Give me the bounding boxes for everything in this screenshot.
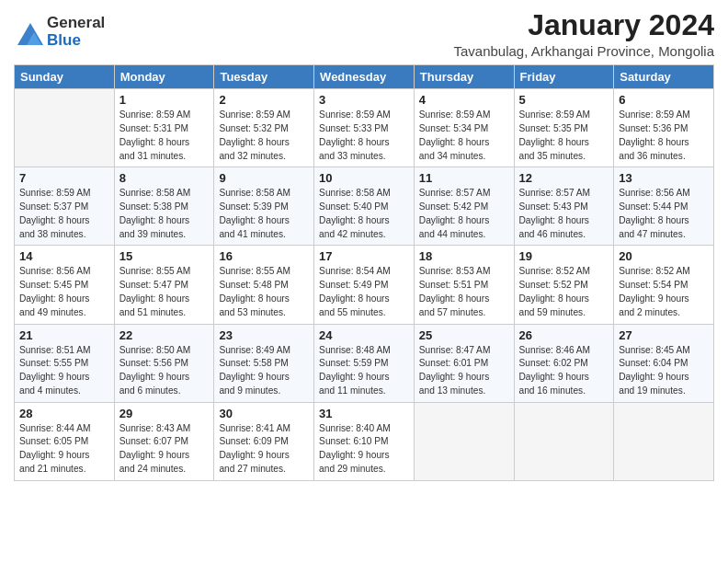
day-info: Sunrise: 8:47 AM Sunset: 6:01 PM Dayligh…: [419, 344, 509, 398]
calendar-body: 1Sunrise: 8:59 AM Sunset: 5:31 PM Daylig…: [15, 89, 714, 481]
day-info: Sunrise: 8:58 AM Sunset: 5:38 PM Dayligh…: [119, 187, 210, 241]
weekday-header-monday: Monday: [114, 65, 214, 89]
day-info: Sunrise: 8:48 AM Sunset: 5:59 PM Dayligh…: [319, 344, 409, 398]
logo-icon: [14, 19, 43, 45]
day-number: 2: [219, 93, 309, 107]
day-number: 3: [319, 93, 409, 107]
day-info: Sunrise: 8:45 AM Sunset: 6:04 PM Dayligh…: [619, 344, 709, 398]
day-number: 7: [19, 171, 109, 185]
day-number: 23: [219, 328, 309, 342]
day-number: 15: [119, 249, 210, 263]
calendar-cell: 26Sunrise: 8:46 AM Sunset: 6:02 PM Dayli…: [514, 324, 614, 402]
calendar-cell: 25Sunrise: 8:47 AM Sunset: 6:01 PM Dayli…: [414, 324, 514, 402]
calendar-cell: 22Sunrise: 8:50 AM Sunset: 5:56 PM Dayli…: [114, 324, 214, 402]
calendar-week-row: 21Sunrise: 8:51 AM Sunset: 5:55 PM Dayli…: [15, 324, 714, 402]
calendar-cell: 20Sunrise: 8:52 AM Sunset: 5:54 PM Dayli…: [614, 246, 714, 324]
day-number: 16: [219, 249, 309, 263]
day-info: Sunrise: 8:56 AM Sunset: 5:44 PM Dayligh…: [619, 187, 709, 241]
logo-text: General Blue: [47, 15, 105, 49]
day-number: 22: [119, 328, 210, 342]
day-number: 1: [119, 93, 210, 107]
calendar-week-row: 1Sunrise: 8:59 AM Sunset: 5:31 PM Daylig…: [15, 89, 714, 167]
day-info: Sunrise: 8:59 AM Sunset: 5:31 PM Dayligh…: [119, 109, 210, 163]
logo: General Blue: [14, 15, 105, 49]
calendar-cell: 10Sunrise: 8:58 AM Sunset: 5:40 PM Dayli…: [314, 167, 415, 246]
calendar-header-row: SundayMondayTuesdayWednesdayThursdayFrid…: [15, 65, 714, 89]
day-number: 19: [519, 249, 609, 263]
calendar-cell: 5Sunrise: 8:59 AM Sunset: 5:35 PM Daylig…: [514, 89, 614, 167]
month-title: January 2024: [453, 9, 714, 41]
calendar-cell: 24Sunrise: 8:48 AM Sunset: 5:59 PM Dayli…: [314, 324, 415, 402]
day-number: 27: [619, 328, 709, 342]
weekday-header-wednesday: Wednesday: [314, 65, 415, 89]
day-info: Sunrise: 8:46 AM Sunset: 6:02 PM Dayligh…: [519, 344, 609, 398]
day-info: Sunrise: 8:41 AM Sunset: 6:09 PM Dayligh…: [219, 422, 309, 477]
calendar-cell: [614, 402, 714, 480]
calendar-cell: 23Sunrise: 8:49 AM Sunset: 5:58 PM Dayli…: [214, 324, 314, 402]
day-number: 20: [619, 249, 709, 263]
day-info: Sunrise: 8:58 AM Sunset: 5:39 PM Dayligh…: [219, 187, 309, 241]
calendar-cell: 12Sunrise: 8:57 AM Sunset: 5:43 PM Dayli…: [514, 167, 614, 246]
weekday-header-tuesday: Tuesday: [214, 65, 314, 89]
day-number: 31: [319, 407, 409, 420]
day-info: Sunrise: 8:55 AM Sunset: 5:48 PM Dayligh…: [219, 265, 309, 319]
day-number: 4: [419, 93, 509, 107]
day-info: Sunrise: 8:57 AM Sunset: 5:43 PM Dayligh…: [519, 187, 609, 241]
calendar-table: SundayMondayTuesdayWednesdayThursdayFrid…: [14, 64, 714, 481]
day-number: 21: [19, 328, 109, 342]
calendar-cell: 31Sunrise: 8:40 AM Sunset: 6:10 PM Dayli…: [314, 402, 415, 480]
calendar-cell: 15Sunrise: 8:55 AM Sunset: 5:47 PM Dayli…: [114, 246, 214, 324]
day-info: Sunrise: 8:59 AM Sunset: 5:32 PM Dayligh…: [219, 109, 309, 163]
day-info: Sunrise: 8:40 AM Sunset: 6:10 PM Dayligh…: [319, 422, 409, 477]
day-number: 26: [519, 328, 609, 342]
day-number: 8: [119, 171, 210, 185]
location-title: Tavanbulag, Arkhangai Province, Mongolia: [453, 43, 714, 59]
day-info: Sunrise: 8:50 AM Sunset: 5:56 PM Dayligh…: [119, 344, 210, 398]
day-info: Sunrise: 8:49 AM Sunset: 5:58 PM Dayligh…: [219, 344, 309, 398]
title-area: January 2024 Tavanbulag, Arkhangai Provi…: [453, 9, 714, 59]
day-info: Sunrise: 8:54 AM Sunset: 5:49 PM Dayligh…: [319, 265, 409, 319]
day-info: Sunrise: 8:59 AM Sunset: 5:36 PM Dayligh…: [619, 109, 709, 163]
day-info: Sunrise: 8:58 AM Sunset: 5:40 PM Dayligh…: [319, 187, 409, 241]
day-info: Sunrise: 8:52 AM Sunset: 5:52 PM Dayligh…: [519, 265, 609, 319]
weekday-header-saturday: Saturday: [614, 65, 714, 89]
calendar-cell: 29Sunrise: 8:43 AM Sunset: 6:07 PM Dayli…: [114, 402, 214, 480]
calendar-cell: 4Sunrise: 8:59 AM Sunset: 5:34 PM Daylig…: [414, 89, 514, 167]
day-number: 25: [419, 328, 509, 342]
day-number: 12: [519, 171, 609, 185]
day-info: Sunrise: 8:59 AM Sunset: 5:37 PM Dayligh…: [19, 187, 109, 241]
day-info: Sunrise: 8:53 AM Sunset: 5:51 PM Dayligh…: [419, 265, 509, 319]
day-number: 28: [19, 407, 109, 420]
day-info: Sunrise: 8:59 AM Sunset: 5:34 PM Dayligh…: [419, 109, 509, 163]
day-info: Sunrise: 8:56 AM Sunset: 5:45 PM Dayligh…: [19, 265, 109, 319]
calendar-cell: 14Sunrise: 8:56 AM Sunset: 5:45 PM Dayli…: [15, 246, 115, 324]
calendar-cell: 9Sunrise: 8:58 AM Sunset: 5:39 PM Daylig…: [214, 167, 314, 246]
calendar-cell: 8Sunrise: 8:58 AM Sunset: 5:38 PM Daylig…: [114, 167, 214, 246]
calendar-cell: 21Sunrise: 8:51 AM Sunset: 5:55 PM Dayli…: [15, 324, 115, 402]
calendar-cell: [15, 89, 115, 167]
day-number: 6: [619, 93, 709, 107]
day-number: 14: [19, 249, 109, 263]
weekday-header-thursday: Thursday: [414, 65, 514, 89]
calendar-cell: 19Sunrise: 8:52 AM Sunset: 5:52 PM Dayli…: [514, 246, 614, 324]
day-number: 9: [219, 171, 309, 185]
calendar-cell: 16Sunrise: 8:55 AM Sunset: 5:48 PM Dayli…: [214, 246, 314, 324]
calendar-cell: 1Sunrise: 8:59 AM Sunset: 5:31 PM Daylig…: [114, 89, 214, 167]
day-info: Sunrise: 8:52 AM Sunset: 5:54 PM Dayligh…: [619, 265, 709, 319]
calendar-cell: 28Sunrise: 8:44 AM Sunset: 6:05 PM Dayli…: [15, 402, 115, 480]
calendar-cell: 18Sunrise: 8:53 AM Sunset: 5:51 PM Dayli…: [414, 246, 514, 324]
calendar-week-row: 28Sunrise: 8:44 AM Sunset: 6:05 PM Dayli…: [15, 402, 714, 480]
day-number: 5: [519, 93, 609, 107]
day-info: Sunrise: 8:44 AM Sunset: 6:05 PM Dayligh…: [19, 422, 109, 477]
calendar-cell: 3Sunrise: 8:59 AM Sunset: 5:33 PM Daylig…: [314, 89, 415, 167]
day-number: 24: [319, 328, 409, 342]
day-number: 30: [219, 407, 309, 420]
day-number: 13: [619, 171, 709, 185]
day-number: 11: [419, 171, 509, 185]
calendar-cell: [514, 402, 614, 480]
weekday-header-sunday: Sunday: [15, 65, 115, 89]
day-info: Sunrise: 8:51 AM Sunset: 5:55 PM Dayligh…: [19, 344, 109, 398]
calendar-cell: [414, 402, 514, 480]
day-info: Sunrise: 8:43 AM Sunset: 6:07 PM Dayligh…: [119, 422, 210, 477]
day-info: Sunrise: 8:59 AM Sunset: 5:33 PM Dayligh…: [319, 109, 409, 163]
